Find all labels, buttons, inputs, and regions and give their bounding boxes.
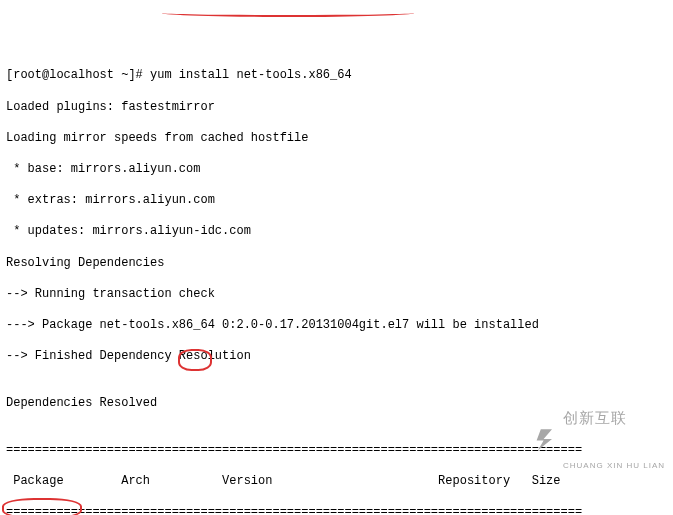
output-line: ---> Package net-tools.x86_64 0:2.0-0.17… <box>6 318 667 334</box>
output-line: Loading mirror speeds from cached hostfi… <box>6 131 667 147</box>
output-line: Loaded plugins: fastestmirror <box>6 100 667 116</box>
output-line: * extras: mirrors.aliyun.com <box>6 193 667 209</box>
annotation-underline-command <box>162 9 414 17</box>
output-line: Resolving Dependencies <box>6 256 667 272</box>
output-line: --> Finished Dependency Resolution <box>6 349 667 365</box>
watermark-brand: 创新互联 <box>563 408 665 428</box>
table-separator: ========================================… <box>6 505 667 515</box>
output-line: * updates: mirrors.aliyun-idc.com <box>6 224 667 240</box>
output-line: --> Running transaction check <box>6 287 667 303</box>
logo-icon <box>531 425 559 453</box>
output-line: * base: mirrors.aliyun.com <box>6 162 667 178</box>
watermark: 创新互联 CHUANG XIN HU LIAN <box>531 374 665 505</box>
shell-prompt[interactable]: [root@localhost ~]# yum install net-tool… <box>6 68 667 84</box>
watermark-sub: CHUANG XIN HU LIAN <box>563 461 665 471</box>
